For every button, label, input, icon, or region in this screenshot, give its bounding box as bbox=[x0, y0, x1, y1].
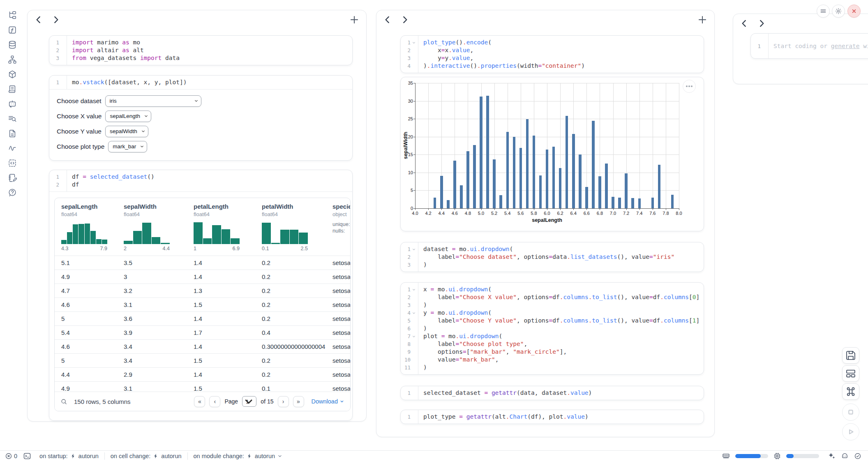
dependency-graph-icon[interactable] bbox=[8, 55, 17, 64]
column-header-petalLength[interactable]: petalLengthfloat6416.9 bbox=[187, 203, 255, 251]
chat-icon[interactable] bbox=[8, 99, 17, 108]
chevron-left-icon[interactable] bbox=[382, 14, 393, 25]
page-select[interactable]: 1 bbox=[242, 396, 256, 407]
table-row[interactable]: 4.63.41.40.30000000000000004setosa bbox=[55, 339, 351, 353]
terminal-icon[interactable] bbox=[23, 452, 31, 460]
chart-bar bbox=[546, 150, 549, 208]
ai-sparkles-icon[interactable] bbox=[828, 452, 836, 460]
collapse-icon[interactable] bbox=[411, 41, 417, 45]
code-editor[interactable]: df = selected_dataset()df bbox=[67, 170, 155, 191]
runtime-config-2[interactable]: on cell change:autorun bbox=[105, 451, 187, 461]
database-icon[interactable] bbox=[8, 40, 17, 49]
code-editor[interactable]: mo.vstack([dataset, x, y, plot]) bbox=[67, 76, 187, 89]
cell-dataset-dropdown[interactable]: 123dataset = mo.ui.dropdown( label="Choo… bbox=[400, 242, 704, 272]
table-footer: 150 rows, 5 columns « ‹ Page 1 of 15 › »… bbox=[55, 392, 350, 411]
code-editor[interactable]: plot_type().encode( x=x.value, y=y.value… bbox=[418, 36, 585, 73]
chevron-right-icon[interactable] bbox=[756, 18, 767, 29]
collapse-icon[interactable] bbox=[411, 334, 417, 339]
download-button[interactable]: Download bbox=[312, 398, 345, 405]
package-icon[interactable] bbox=[8, 70, 17, 79]
help-icon[interactable] bbox=[8, 188, 17, 197]
sidebar-rail bbox=[0, 0, 25, 459]
chevron-right-icon[interactable] bbox=[51, 14, 61, 25]
dropdown-choose-x-value[interactable]: sepalLength bbox=[105, 111, 151, 122]
code-editor[interactable]: selected_dataset = getattr(data, dataset… bbox=[418, 386, 592, 400]
save-icon[interactable] bbox=[842, 347, 859, 364]
runtime-config-3[interactable]: on module change:autorun bbox=[188, 451, 289, 461]
column-header-sepalLength[interactable]: sepalLengthfloat644.37.9 bbox=[55, 203, 117, 251]
chevron-left-icon[interactable] bbox=[739, 18, 750, 29]
cell-xy-dropdowns[interactable]: 1234567891011x = mo.ui.dropdown( label="… bbox=[400, 282, 704, 375]
first-page-button[interactable]: « bbox=[194, 396, 205, 407]
search-icon[interactable] bbox=[60, 398, 67, 405]
play-icon[interactable] bbox=[842, 423, 859, 440]
error-count: 0 bbox=[14, 453, 17, 459]
snippets-icon[interactable] bbox=[8, 159, 17, 168]
table-row[interactable]: 53.41.50.2setosa bbox=[55, 353, 351, 367]
error-count-icon[interactable] bbox=[5, 452, 12, 460]
chevron-left-icon[interactable] bbox=[33, 14, 44, 25]
command-icon[interactable] bbox=[842, 383, 859, 400]
documentation-icon[interactable] bbox=[8, 129, 17, 138]
collapse-icon[interactable] bbox=[411, 311, 417, 315]
table-row[interactable]: 4.42.91.40.2setosa bbox=[55, 367, 351, 381]
chart-bar bbox=[506, 132, 509, 208]
cell-plot-encode[interactable]: 1234plot_type().encode( x=x.value, y=y.v… bbox=[400, 35, 704, 73]
histogram bbox=[262, 221, 308, 244]
chevron-right-icon[interactable] bbox=[399, 14, 410, 25]
cell-selected-dataset[interactable]: 1selected_dataset = getattr(data, datase… bbox=[400, 386, 704, 400]
cell-empty-editor[interactable]: 1 Start coding or generate with AI bbox=[750, 33, 868, 59]
cell-plot-type[interactable]: 1plot_type = getattr(alt.Chart(df), plot… bbox=[400, 410, 704, 424]
stop-icon[interactable] bbox=[842, 403, 859, 421]
x-axis-title: sepalLength bbox=[415, 217, 679, 223]
scratchpad-icon[interactable] bbox=[8, 85, 17, 94]
column-header-species[interactable]: speciesobjectunique:nulls: bbox=[326, 203, 351, 251]
chart-menu-icon[interactable] bbox=[683, 80, 696, 93]
notebook-icon[interactable] bbox=[8, 173, 17, 182]
layout-grid-icon[interactable] bbox=[842, 365, 859, 382]
collapse-icon[interactable] bbox=[411, 247, 417, 251]
runtime-config-1[interactable]: on startup:autorun bbox=[34, 451, 104, 461]
collapse-icon[interactable] bbox=[411, 288, 417, 292]
code-editor[interactable]: x = mo.ui.dropdown( label="Choose X valu… bbox=[418, 283, 699, 374]
next-page-button[interactable]: › bbox=[278, 396, 289, 407]
cell-dataframe[interactable]: 12df = selected_dataset()df sepalLengthf… bbox=[49, 170, 353, 421]
add-cell-icon[interactable] bbox=[697, 14, 708, 25]
dropdown-choose-dataset[interactable]: iris bbox=[105, 95, 201, 107]
function-icon[interactable] bbox=[8, 25, 17, 35]
code-editor[interactable]: plot_type = getattr(alt.Chart(df), plot.… bbox=[418, 410, 589, 424]
cell-vstack[interactable]: 1mo.vstack([dataset, x, y, plot]) Choose… bbox=[49, 75, 353, 161]
add-cell-icon[interactable] bbox=[349, 14, 360, 25]
dropdown-choose-y-value[interactable]: sepalWidth bbox=[105, 126, 148, 137]
generate-link[interactable]: generate bbox=[831, 43, 860, 49]
cell-imports[interactable]: 123import marimo as moimport altair as a… bbox=[49, 35, 353, 65]
chart-bar bbox=[671, 195, 674, 208]
column-header-sepalWidth[interactable]: sepalWidthfloat6424.4 bbox=[117, 203, 187, 251]
prev-page-button[interactable]: ‹ bbox=[209, 396, 220, 407]
table-row[interactable]: 5.43.91.70.4setosa bbox=[55, 325, 351, 339]
logs-icon[interactable] bbox=[8, 114, 17, 123]
code-editor[interactable]: import marimo as moimport altair as altf… bbox=[67, 36, 180, 65]
column-header-petalWidth[interactable]: petalWidthfloat640.12.5 bbox=[255, 203, 326, 251]
connection-check-icon[interactable] bbox=[854, 452, 861, 460]
chart-bar bbox=[526, 119, 529, 208]
dropdown-label: Choose X value bbox=[57, 113, 102, 120]
file-tree-icon[interactable] bbox=[8, 11, 17, 20]
table-row[interactable]: 5.13.51.40.2setosa bbox=[55, 256, 351, 270]
gear-icon[interactable] bbox=[832, 5, 845, 18]
bar-chart[interactable]: 4.04.24.44.64.85.05.25.45.65.86.06.26.46… bbox=[401, 77, 704, 231]
dropdown-choose-plot-type[interactable]: mark_bar bbox=[108, 141, 147, 152]
table-row[interactable]: 4.73.21.30.2setosa bbox=[55, 284, 351, 297]
table-row[interactable]: 4.931.40.2setosa bbox=[55, 270, 351, 284]
code-editor[interactable]: dataset = mo.ui.dropdown( label="Choose … bbox=[418, 242, 674, 272]
table-row[interactable]: 4.63.11.50.2setosa bbox=[55, 297, 351, 311]
line-number-gutter: 123 bbox=[49, 36, 67, 65]
table-header: sepalLengthfloat644.37.9sepalWidthfloat6… bbox=[55, 198, 351, 256]
chart-bar bbox=[434, 198, 436, 208]
copilot-icon[interactable] bbox=[841, 452, 849, 460]
table-row[interactable]: 53.61.40.2setosa bbox=[55, 311, 351, 325]
last-page-button[interactable]: » bbox=[293, 396, 304, 407]
close-icon[interactable] bbox=[847, 5, 861, 18]
menu-icon[interactable] bbox=[817, 5, 830, 18]
tracing-icon[interactable] bbox=[8, 144, 17, 153]
